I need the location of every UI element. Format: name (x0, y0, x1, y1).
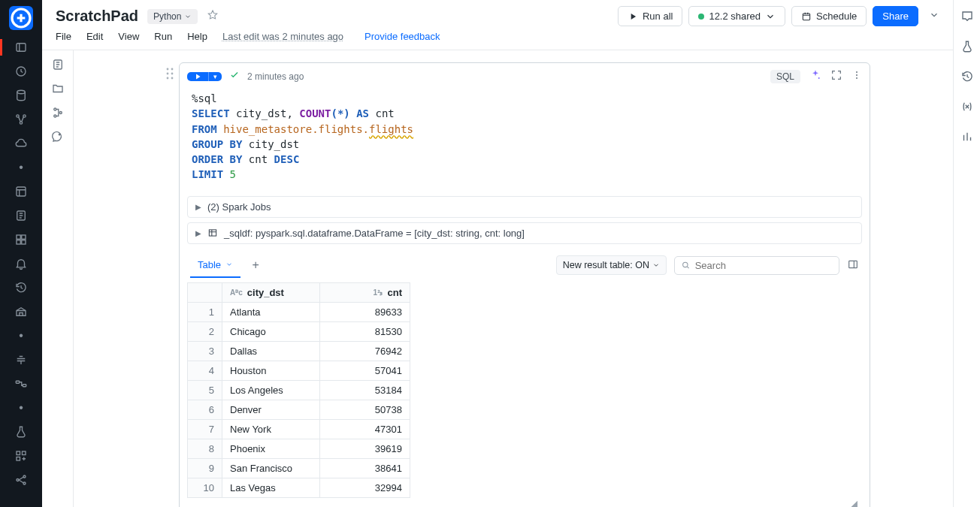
revision-history-icon[interactable] (954, 66, 981, 87)
table-icon (207, 228, 218, 238)
notebook-title[interactable]: ScratchPad (56, 8, 138, 25)
run-dropdown-icon[interactable]: ▾ (208, 72, 222, 81)
nav-dashboard-icon[interactable] (0, 228, 42, 251)
favorite-star-icon[interactable] (207, 9, 219, 24)
nav-query-icon[interactable] (0, 204, 42, 227)
ai-assist-icon[interactable] (809, 69, 821, 83)
table-row[interactable]: 5Los Angeles53184 (188, 380, 410, 400)
nav-compute-icon[interactable] (0, 132, 42, 155)
folder-icon[interactable] (42, 82, 74, 95)
run-all-label: Run all (643, 11, 673, 22)
cell-drag-handle[interactable] (165, 62, 174, 83)
menu-view[interactable]: View (118, 31, 139, 42)
nav-recents-icon[interactable] (0, 60, 42, 83)
add-result-tab[interactable]: + (245, 258, 266, 272)
table-row[interactable]: 2Chicago81530 (188, 321, 410, 341)
dataframe-schema-row[interactable]: ▶ _sqldf: pyspark.sql.dataframe.DataFram… (187, 222, 862, 244)
nav-warehouses-icon[interactable] (0, 300, 42, 323)
mlflow-icon[interactable] (954, 36, 981, 57)
nav-features-icon[interactable] (0, 445, 42, 467)
column-header-cnt[interactable]: 1²₃cnt (320, 282, 410, 302)
nav-experiments-icon[interactable] (0, 421, 42, 443)
table-row[interactable]: 10Las Vegas32994 (188, 478, 410, 497)
run-all-button[interactable]: Run all (618, 6, 682, 26)
nav-more-dot-2[interactable]: • (0, 324, 42, 347)
svg-rect-11 (17, 240, 20, 244)
nav-more-dot-1[interactable]: • (0, 156, 42, 179)
cell-run-age: 2 minutes ago (247, 71, 304, 82)
expand-triangle-icon: ▶ (195, 203, 201, 211)
row-number-header[interactable] (188, 282, 222, 302)
expand-cell-icon[interactable] (830, 69, 842, 83)
last-edit-info[interactable]: Last edit was 2 minutes ago (222, 31, 343, 42)
result-search-input[interactable] (695, 260, 833, 271)
collapse-right-panel-icon[interactable] (954, 502, 981, 507)
result-tab-table[interactable]: Table (190, 253, 240, 278)
overflow-menu-icon[interactable] (924, 7, 944, 26)
svg-rect-13 (16, 381, 20, 383)
run-cell-button[interactable]: ▾ (187, 72, 222, 81)
schema-browser-icon[interactable] (42, 106, 74, 119)
result-table: Aᴮccity_dst 1²₃cnt 1Atlanta896332Chicago… (187, 282, 410, 498)
nav-models-icon[interactable] (0, 469, 42, 491)
row-number: 9 (188, 458, 222, 478)
feedback-link[interactable]: Provide feedback (364, 31, 440, 42)
nav-workflows-icon[interactable] (0, 108, 42, 131)
comments-icon[interactable] (954, 6, 981, 27)
column-header-city[interactable]: Aᴮccity_dst (222, 282, 320, 302)
svg-rect-1 (17, 44, 26, 52)
assistant-icon[interactable] (42, 130, 74, 143)
result-search[interactable] (674, 256, 839, 275)
spark-jobs-label: (2) Spark Jobs (207, 201, 271, 213)
cluster-selector[interactable]: 12.2 shared (688, 6, 785, 26)
menu-file[interactable]: File (56, 31, 71, 42)
svg-point-29 (167, 73, 169, 75)
menu-edit[interactable]: Edit (86, 31, 103, 42)
svg-point-35 (856, 74, 858, 76)
toc-icon[interactable] (42, 58, 74, 71)
cell-kebab-icon[interactable] (851, 70, 862, 83)
result-table-toggle[interactable]: New result table: ON (556, 255, 667, 275)
schedule-label: Schedule (816, 11, 857, 22)
menu-help[interactable]: Help (187, 31, 207, 42)
table-row[interactable]: 1Atlanta89633 (188, 302, 410, 321)
svg-point-3 (17, 90, 26, 94)
environment-icon[interactable] (954, 126, 981, 147)
code-editor[interactable]: %sql SELECT city_dst, COUNT(*) AS cnt FR… (180, 88, 870, 196)
new-button[interactable] (9, 6, 33, 30)
cell-city: Atlanta (222, 302, 320, 321)
table-row[interactable]: 4Houston57041 (188, 361, 410, 380)
nav-alerts-icon[interactable] (0, 252, 42, 275)
nav-sql-icon[interactable] (0, 180, 42, 203)
resize-corner-icon[interactable]: ◢ (187, 498, 862, 507)
nav-data-icon[interactable] (0, 84, 42, 107)
nav-ingest-icon[interactable] (0, 349, 42, 371)
svg-point-25 (59, 112, 62, 114)
table-row[interactable]: 7New York47301 (188, 419, 410, 439)
panel-layout-icon[interactable] (847, 258, 859, 273)
svg-rect-37 (209, 230, 216, 236)
table-row[interactable]: 6Denver50738 (188, 400, 410, 419)
expand-triangle-icon: ▶ (195, 229, 201, 237)
result-toggle-label: New result table: ON (563, 260, 649, 270)
share-button[interactable]: Share (873, 6, 918, 26)
cell-cnt: 76942 (320, 341, 410, 361)
variables-icon[interactable] (954, 96, 981, 117)
spark-jobs-row[interactable]: ▶ (2) Spark Jobs (187, 196, 862, 218)
nav-pipelines-icon[interactable] (0, 373, 42, 395)
table-row[interactable]: 8Phoenix39619 (188, 439, 410, 458)
svg-rect-9 (17, 235, 20, 239)
cluster-status-dot (698, 14, 704, 20)
svg-rect-14 (23, 385, 26, 387)
cell-language-badge[interactable]: SQL (770, 70, 800, 83)
row-number: 8 (188, 439, 222, 458)
nav-history-icon[interactable] (0, 276, 42, 299)
table-row[interactable]: 9San Francisco38641 (188, 458, 410, 478)
cell-cnt: 50738 (320, 400, 410, 419)
language-selector[interactable]: Python (147, 9, 198, 24)
nav-more-dot-3[interactable]: • (0, 397, 42, 419)
menu-run[interactable]: Run (154, 31, 172, 42)
nav-workspace-icon[interactable] (0, 36, 42, 59)
schedule-button[interactable]: Schedule (791, 6, 867, 26)
table-row[interactable]: 3Dallas76942 (188, 341, 410, 361)
